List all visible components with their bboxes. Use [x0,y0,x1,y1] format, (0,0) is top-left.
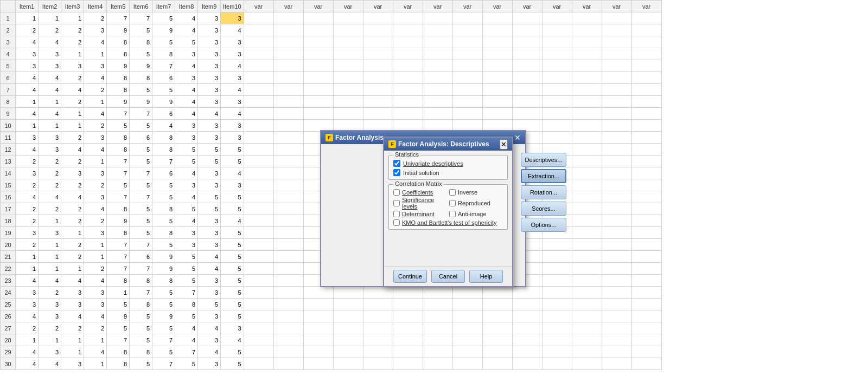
cell[interactable]: 7 [175,346,198,358]
cell[interactable]: 4 [39,358,61,370]
cell[interactable]: 1 [61,334,84,346]
empty-cell[interactable] [363,48,393,60]
cell[interactable]: 5 [221,275,244,287]
cell[interactable]: 3 [198,12,221,24]
cell[interactable]: 4 [175,322,198,334]
cell[interactable]: 3 [198,239,221,251]
cell[interactable]: 4 [16,84,39,96]
cell[interactable]: 3 [84,24,107,36]
cell[interactable]: 4 [84,36,107,48]
scores-button[interactable]: Scores... [521,202,566,216]
empty-cell[interactable] [333,299,363,310]
cell[interactable]: 8 [130,299,152,310]
cell[interactable]: 2 [16,24,39,36]
cell[interactable]: 4 [61,84,84,96]
cell[interactable]: 3 [39,48,61,60]
cell[interactable]: 5 [175,251,198,263]
empty-cell[interactable] [393,96,423,108]
cell[interactable]: 7 [130,191,152,203]
empty-cell[interactable] [631,167,661,179]
empty-cell[interactable] [602,96,631,108]
empty-cell[interactable] [512,84,542,96]
empty-cell[interactable] [572,84,602,96]
cell[interactable]: 2 [16,322,39,334]
cell[interactable]: 2 [16,239,39,251]
empty-cell[interactable] [602,322,631,334]
empty-cell[interactable] [512,346,542,358]
empty-cell[interactable] [602,203,631,215]
empty-cell[interactable] [423,299,452,310]
empty-cell[interactable] [542,48,572,60]
empty-cell[interactable] [542,334,572,346]
empty-cell[interactable] [333,96,363,108]
cell[interactable]: 7 [130,108,152,120]
cell[interactable]: 5 [221,251,244,263]
empty-cell[interactable] [273,155,303,167]
empty-cell[interactable] [273,36,303,48]
empty-cell[interactable] [512,108,542,120]
cell[interactable]: 3 [84,227,107,239]
empty-cell[interactable] [631,203,661,215]
cell[interactable]: 1 [61,263,84,275]
empty-cell[interactable] [572,120,602,132]
empty-cell[interactable] [423,84,452,96]
empty-cell[interactable] [602,179,631,191]
cell[interactable]: 2 [84,12,107,24]
cell[interactable]: 4 [221,108,244,120]
empty-cell[interactable] [303,12,333,24]
empty-cell[interactable] [572,203,602,215]
cell[interactable]: 5 [130,155,152,167]
empty-cell[interactable] [452,12,482,24]
empty-cell[interactable] [512,72,542,84]
empty-cell[interactable] [333,84,363,96]
empty-cell[interactable] [542,72,572,84]
cell[interactable]: 5 [221,287,244,299]
empty-cell[interactable] [482,72,512,84]
cell[interactable]: 2 [61,36,84,48]
empty-cell[interactable] [273,239,303,251]
cell[interactable]: 5 [198,299,221,310]
empty-cell[interactable] [303,322,333,334]
cell[interactable]: 6 [130,132,152,144]
empty-cell[interactable] [572,72,602,84]
cell[interactable]: 7 [152,334,175,346]
cell[interactable]: 4 [16,275,39,287]
empty-cell[interactable] [303,334,333,346]
descriptives-close-button[interactable]: ✕ [500,139,508,150]
cell[interactable]: 4 [84,275,107,287]
empty-cell[interactable] [602,334,631,346]
cell[interactable]: 1 [39,263,61,275]
cell[interactable]: 1 [84,334,107,346]
cell[interactable]: 9 [152,24,175,36]
empty-cell[interactable] [393,346,423,358]
empty-cell[interactable] [542,239,572,251]
empty-cell[interactable] [602,108,631,120]
col-header-var14[interactable]: var [333,1,363,12]
initial-solution-checkbox[interactable] [393,169,400,176]
empty-cell[interactable] [273,203,303,215]
empty-cell[interactable] [363,346,393,358]
empty-cell[interactable] [363,334,393,346]
col-header-item3[interactable]: Item3 [61,1,84,12]
cell[interactable]: 5 [152,239,175,251]
cell[interactable]: 4 [84,72,107,84]
col-header-var23[interactable]: var [602,1,631,12]
empty-cell[interactable] [572,132,602,144]
cell[interactable]: 8 [152,48,175,60]
empty-cell[interactable] [542,36,572,48]
cell[interactable]: 5 [175,358,198,370]
empty-cell[interactable] [631,179,661,191]
empty-cell[interactable] [273,48,303,60]
empty-cell[interactable] [244,155,273,167]
empty-cell[interactable] [333,322,363,334]
cell[interactable]: 8 [175,299,198,310]
empty-cell[interactable] [602,167,631,179]
cell[interactable]: 2 [84,322,107,334]
empty-cell[interactable] [273,191,303,203]
empty-cell[interactable] [572,191,602,203]
cell[interactable]: 7 [107,155,130,167]
empty-cell[interactable] [512,322,542,334]
cell[interactable]: 3 [39,299,61,310]
empty-cell[interactable] [244,215,273,227]
cell[interactable]: 7 [107,191,130,203]
